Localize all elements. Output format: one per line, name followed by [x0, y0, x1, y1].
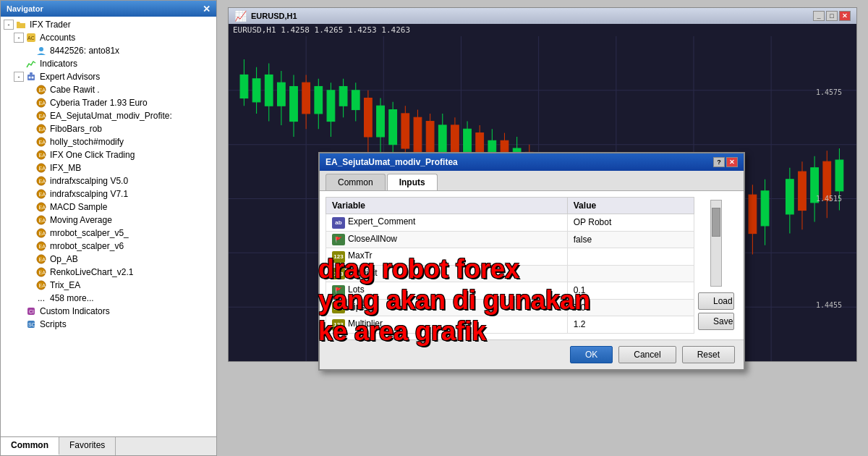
- dialog-footer: OK Cancel Reset: [320, 339, 744, 369]
- tree-item-ea-8[interactable]: EAindrafxscalping V5.0: [1, 174, 216, 187]
- table-scrollbar[interactable]: [710, 200, 722, 287]
- tree-item-label: RenkoLiveChart_v2.1: [50, 267, 133, 277]
- table-row[interactable]: 🚩CloseAllNowfalse: [326, 231, 694, 248]
- svg-rect-64: [290, 86, 298, 121]
- svg-rect-100: [786, 180, 793, 214]
- variable-cell: 🚩CloseAllNow: [326, 231, 568, 248]
- ok-button[interactable]: OK: [570, 346, 613, 363]
- tree-item-ea-10[interactable]: EAMACD Sample: [1, 200, 216, 214]
- table-row[interactable]: 123LotDigit: [326, 265, 694, 282]
- save-button[interactable]: Save: [698, 313, 734, 330]
- svg-text:EA: EA: [39, 101, 46, 106]
- tree-item-ea-7[interactable]: EAIFX_MB: [1, 161, 216, 174]
- navigator-close-button[interactable]: ✕: [203, 4, 210, 14]
- tree-item-ea-9[interactable]: EAindrafxscalping V7.1: [1, 187, 216, 200]
- num-icon: 123: [332, 302, 345, 313]
- ea-settings-dialog: EA_SejutaUmat_modiv_Profitea ? ✕ Common …: [318, 152, 745, 371]
- ea-icon: EA: [35, 240, 47, 252]
- tab-common[interactable]: Common: [1, 437, 59, 455]
- cancel-button[interactable]: Cancel: [618, 346, 676, 363]
- ea-icon: EA: [35, 188, 47, 200]
- tab-favorites[interactable]: Favorites: [59, 437, 116, 455]
- expand-icon[interactable]: -: [14, 72, 24, 82]
- tree-item-label: mrobot_scalper_v6: [50, 241, 124, 251]
- tree-item-ea-12[interactable]: EAmrobot_scalper_v5_: [1, 227, 216, 240]
- ea-icon: EA: [35, 136, 47, 148]
- expand-icon[interactable]: -: [4, 20, 14, 30]
- tree-item-more[interactable]: ...458 more...: [1, 292, 216, 305]
- table-row[interactable]: 123Multiplier1.2: [326, 316, 694, 334]
- tree-item-label: IFX One Click Trading: [50, 150, 135, 160]
- tree-item-ea-2[interactable]: EACyberia Trader 1.93 Euro: [1, 96, 216, 109]
- chart-close-button[interactable]: ✕: [839, 11, 851, 21]
- tree-item-ea-1[interactable]: EACabe Rawit .: [1, 83, 216, 96]
- value-cell[interactable]: 0.1: [567, 282, 694, 300]
- tree-item-ea-3[interactable]: EAEA_SejutaUmat_modiv_Profite:: [1, 109, 216, 122]
- tree-item-ea-5[interactable]: EAholly_stoch#modify: [1, 135, 216, 148]
- ea-icon: EA: [35, 266, 47, 278]
- chart-titlebar: 📈 EURUSD,H1 _ □ ✕: [229, 8, 856, 24]
- svg-rect-56: [240, 75, 248, 98]
- dialog-title-controls: ? ✕: [713, 157, 738, 167]
- tree-item-label: Expert Advisors: [40, 72, 100, 82]
- dialog-tab-common[interactable]: Common: [326, 174, 386, 190]
- ea-icon: EA: [35, 279, 47, 291]
- tree-item-account-1[interactable]: 8442526: anto81x: [1, 44, 216, 57]
- scrollbar-thumb[interactable]: [712, 208, 720, 237]
- value-cell[interactable]: OP Robot: [567, 214, 694, 232]
- table-row[interactable]: 123MaxTr: [326, 248, 694, 266]
- dialog-close-button[interactable]: ✕: [726, 157, 738, 167]
- tree-item-label: Scripts: [40, 319, 67, 329]
- value-cell[interactable]: [567, 265, 694, 282]
- tree-item-ea-6[interactable]: EAIFX One Click Trading: [1, 148, 216, 161]
- tree-item-custom-indicators[interactable]: CICustom Indicators: [1, 305, 216, 318]
- chart-restore-button[interactable]: □: [826, 11, 838, 21]
- tree-item-ea-13[interactable]: EAmrobot_scalper_v6: [1, 240, 216, 253]
- tree-item-accounts[interactable]: -ACAccounts: [1, 31, 216, 44]
- col-value: Value: [567, 198, 694, 214]
- load-button[interactable]: Load: [698, 292, 734, 310]
- tree-item-ea-14[interactable]: EAOp_AB: [1, 253, 216, 266]
- tree-item-ea-15[interactable]: EARenkoLiveChart_v2.1: [1, 266, 216, 279]
- svg-text:EA: EA: [39, 140, 46, 145]
- price-label-2: 1.4515: [816, 195, 854, 203]
- tree-item-ea-16[interactable]: EATrix_EA: [1, 279, 216, 292]
- value-cell[interactable]: 7.0: [567, 299, 694, 316]
- table-row[interactable]: abExpert_CommentOP Robot: [326, 214, 694, 232]
- table-row[interactable]: 123Pips7.0: [326, 299, 694, 316]
- svg-rect-62: [278, 83, 286, 106]
- tree-item-expert-advisors[interactable]: -Expert Advisors: [1, 70, 216, 83]
- value-cell[interactable]: 1.2: [567, 316, 694, 334]
- tree-item-ea-4[interactable]: EAFiboBars_rob: [1, 122, 216, 135]
- svg-rect-68: [327, 90, 335, 122]
- tree-item-ea-11[interactable]: EAMoving Average: [1, 214, 216, 227]
- svg-rect-106: [302, 83, 310, 114]
- robot-icon: [25, 71, 37, 83]
- col-variable: Variable: [326, 198, 568, 214]
- value-cell[interactable]: false: [567, 231, 694, 248]
- svg-point-6: [32, 77, 34, 79]
- chart-minimize-button[interactable]: _: [813, 11, 825, 21]
- table-row[interactable]: 🚩Lots0.1: [326, 282, 694, 300]
- tree-item-ifx-trader[interactable]: -IFX Trader: [1, 18, 216, 31]
- more-icon: ...: [35, 292, 47, 304]
- tree-item-label: Op_AB: [50, 254, 78, 264]
- variable-cell: 123LotDigit: [326, 265, 568, 282]
- reset-button[interactable]: Reset: [682, 346, 735, 363]
- value-cell[interactable]: [567, 248, 694, 266]
- dialog-help-button[interactable]: ?: [713, 157, 725, 167]
- svg-text:EA: EA: [39, 114, 46, 119]
- svg-rect-74: [377, 106, 385, 137]
- svg-rect-66: [315, 86, 323, 113]
- svg-text:EA: EA: [39, 153, 46, 158]
- dialog-tab-inputs[interactable]: Inputs: [387, 174, 438, 190]
- chart-window-controls: _ □ ✕: [813, 11, 851, 21]
- tree-item-indicators[interactable]: Indicators: [1, 57, 216, 70]
- price-label-1: 1.4575: [816, 88, 854, 96]
- variable-cell: 123Pips: [326, 299, 568, 316]
- svg-rect-70: [339, 86, 347, 106]
- expand-icon[interactable]: -: [14, 33, 24, 43]
- svg-text:CI: CI: [29, 309, 34, 314]
- chart-icon: 📈: [234, 10, 247, 22]
- tree-item-scripts[interactable]: SCScripts: [1, 318, 216, 331]
